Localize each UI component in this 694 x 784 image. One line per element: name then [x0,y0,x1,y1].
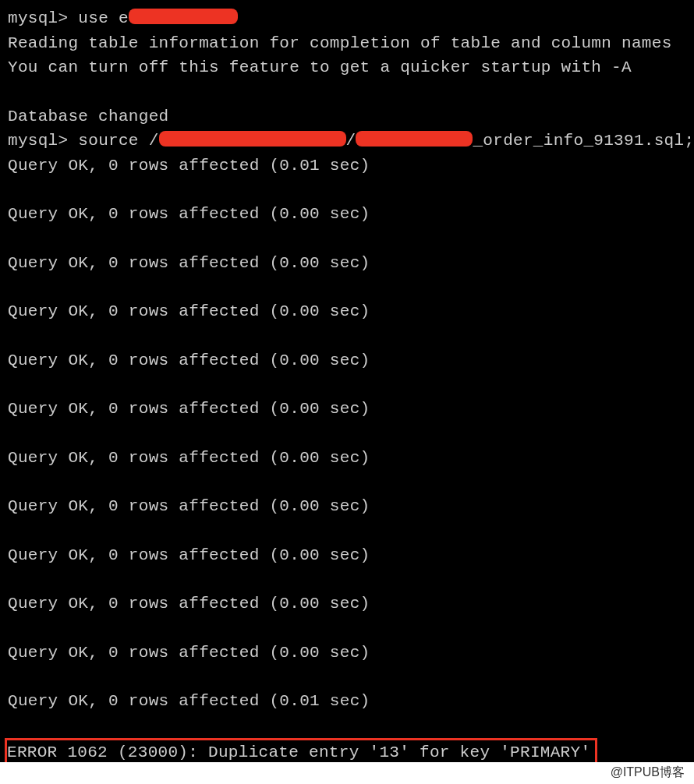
error-text: ERROR 1062 (23000): Duplicate entry '13'… [7,743,590,761]
query-result-line: Query OK, 0 rows affected (0.00 sec) [8,494,686,519]
query-result-line: Query OK, 0 rows affected (0.00 sec) [8,348,686,373]
blank-line [8,324,686,348]
query-result-line: Query OK, 0 rows affected (0.01 sec) [8,154,686,178]
db-changed-line: Database changed [8,104,686,129]
watermark-text: @ITPUB博客 [611,765,685,781]
blank-line [8,178,686,202]
query-result-line: Query OK, 0 rows affected (0.00 sec) [8,446,686,471]
mysql-prompt: mysql> [8,9,68,27]
blank-line [8,470,686,494]
blank-line [8,422,686,446]
cmd-source-line: mysql> source //_order_info_91391.sql; [8,129,686,154]
query-result-line: Query OK, 0 rows affected (0.00 sec) [8,641,686,666]
error-line-container: ERROR 1062 (23000): Duplicate entry '13'… [8,738,686,763]
blank-line [8,714,686,738]
blank-line [8,567,686,592]
query-result-line: Query OK, 0 rows affected (0.00 sec) [8,397,686,422]
blank-line [8,275,686,299]
blank-line [8,373,686,397]
cmd-use-line: mysql> use e [8,6,686,31]
cmd-source-prefix: source / [68,132,158,150]
query-result-line: Query OK, 0 rows affected (0.00 sec) [8,299,686,324]
redaction-mark [356,131,473,147]
mysql-prompt: mysql> [8,132,68,150]
mysql-terminal[interactable]: mysql> use e Reading table information f… [0,0,694,762]
error-highlight-box: ERROR 1062 (23000): Duplicate entry '13'… [5,738,597,763]
redaction-mark [159,131,346,147]
cmd-source-mid: / [346,132,356,150]
cmd-use-text: use e [68,9,128,27]
info-line-2: You can turn off this feature to get a q… [8,55,686,80]
info-line-1: Reading table information for completion… [8,31,686,56]
query-result-line: Query OK, 0 rows affected (0.00 sec) [8,251,686,276]
blank-line [8,519,686,543]
cmd-source-suffix: _order_info_91391.sql; [473,132,694,150]
blank-line [8,80,686,104]
query-result-line: Query OK, 0 rows affected (0.00 sec) [8,592,686,616]
query-result-line: Query OK, 0 rows affected (0.00 sec) [8,202,686,227]
blank-line [8,616,686,641]
blank-line [8,665,686,689]
query-result-line: Query OK, 0 rows affected (0.00 sec) [8,543,686,568]
redaction-mark [129,9,238,24]
query-result-line: Query OK, 0 rows affected (0.01 sec) [8,689,686,714]
blank-line [8,227,686,251]
